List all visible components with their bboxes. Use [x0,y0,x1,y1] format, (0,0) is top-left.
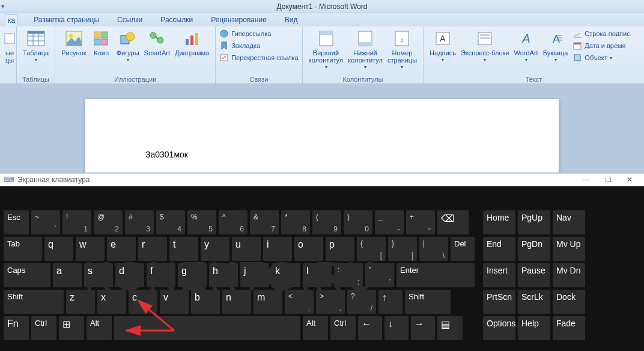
key-nav[interactable]: Nav [553,210,585,234]
key-alt[interactable]: Alt [87,316,112,340]
qat-dropdown-icon[interactable]: ▾ [1,2,5,10]
minimize-button[interactable]: — [576,174,597,186]
key-mvdn[interactable]: Mv Dn [553,263,585,287]
key-^6[interactable]: ^6 [219,210,248,234]
key-↑[interactable]: ↑ [378,290,402,314]
key-pgdn[interactable]: PgDn [518,237,550,261]
key-|\[interactable]: |\ [419,237,448,261]
chart-button[interactable]: Диаграмма [172,28,211,58]
wordart-button[interactable]: AWordArt▾ [512,28,541,65]
key-dock[interactable]: Dock [553,290,585,314]
key-shift[interactable]: Shift [405,290,451,314]
key-scrlk[interactable]: ScrLk [518,290,550,314]
key-d[interactable]: d [115,263,144,287]
key-e[interactable]: e [107,237,136,261]
key-pgup[interactable]: PgUp [518,210,550,234]
bookmark-button[interactable]: Закладка [219,41,299,50]
key-help[interactable]: Help [518,316,550,340]
document-page[interactable]: За0301мок [85,99,559,173]
clip-button[interactable]: Клип [89,28,114,58]
key-#3[interactable]: #3 [125,210,154,234]
picture-button[interactable]: Рисунок [59,28,89,58]
key-)0[interactable]: )0 [344,210,372,234]
key-v[interactable]: v [160,290,189,314]
key-fade[interactable]: Fade [553,316,585,340]
shapes-button[interactable]: Фигуры▾ [114,28,142,65]
key-del[interactable]: Del [451,237,475,261]
footer-button[interactable]: Нижний колонтитул▾ [345,28,385,72]
dropcap-button[interactable]: AБуквица▾ [541,28,571,65]
pagenum-button[interactable]: #Номер страницы▾ [385,28,419,72]
key-mvup[interactable]: Mv Up [553,237,585,261]
key-&7[interactable]: &7 [250,210,279,234]
tab-references[interactable]: Ссылки [115,14,145,25]
key-→[interactable]: → [411,316,435,340]
key-prtscn[interactable]: PrtScn [483,290,515,314]
key-k[interactable]: k [272,263,300,287]
key-:;[interactable]: :; [334,263,363,287]
key-~`[interactable]: ~` [31,210,60,234]
key-pause[interactable]: Pause [518,263,550,287]
key-shift[interactable]: Shift [4,290,64,314]
key-esc[interactable]: Esc [4,210,29,234]
key-(9[interactable]: (9 [312,210,341,234]
key-caps[interactable]: Caps [4,263,50,287]
key-tab[interactable]: Tab [4,237,42,261]
tab-view[interactable]: Вид [282,14,300,25]
header-button[interactable]: Верхний колонтитул▾ [306,28,346,72]
quickparts-button[interactable]: Экспресс-блоки▾ [458,28,512,65]
key-<,[interactable]: <, [285,290,314,314]
tab-mailings[interactable]: Рассылки [158,14,195,25]
key-@2[interactable]: @2 [94,210,123,234]
tab-active[interactable]: ка [5,14,18,26]
key-*8[interactable]: *8 [281,210,310,234]
key-[interactable] [114,316,300,340]
key-x[interactable]: x [97,290,126,314]
partial-button[interactable]: ые цы [4,28,16,65]
key-l[interactable]: l [303,263,332,287]
textbox-button[interactable]: AНадпись▾ [427,28,458,65]
key-{[[interactable]: {[ [357,237,386,261]
object-button[interactable]: Объект ▾ [573,53,630,63]
key-f[interactable]: f [147,263,175,287]
key-end[interactable]: End [483,237,515,261]
key-%5[interactable]: %5 [187,210,216,234]
smartart-button[interactable]: SmartArt [142,28,172,58]
key-insert[interactable]: Insert [483,263,515,287]
key-r[interactable]: r [138,237,167,261]
key-enter[interactable]: Enter [396,263,475,287]
key-m[interactable]: m [254,290,282,314]
key-a[interactable]: a [53,263,82,287]
key-o[interactable]: o [294,237,323,261]
key-_-[interactable]: _- [375,210,404,234]
key-i[interactable]: i [263,237,292,261]
key-z[interactable]: z [66,290,95,314]
key-j[interactable]: j [240,263,269,287]
key-"'[interactable]: "' [365,263,394,287]
key-+=[interactable]: += [406,210,435,234]
key-ctrl[interactable]: Ctrl [31,316,56,340]
table-button[interactable]: Таблица▾ [20,28,51,65]
sigline-button[interactable]: Строка подпис [573,29,630,38]
key-options[interactable]: Options [483,316,515,340]
tab-page-layout[interactable]: Разметка страницы [31,14,102,25]
key-⌫[interactable]: ⌫ [437,210,469,234]
key-$4[interactable]: $4 [156,210,185,234]
close-button[interactable]: ✕ [619,174,640,186]
key-←[interactable]: ← [358,316,382,340]
key-p[interactable]: p [326,237,354,261]
key-fn[interactable]: Fn [4,316,29,340]
maximize-button[interactable]: ☐ [597,174,619,186]
key-w[interactable]: w [76,237,105,261]
key-g[interactable]: g [178,263,207,287]
key->.[interactable]: >. [316,290,345,314]
key-s[interactable]: s [84,263,113,287]
key-↓[interactable]: ↓ [384,316,409,340]
key-q[interactable]: q [44,237,73,261]
key-b[interactable]: b [191,290,220,314]
key-?/[interactable]: ?/ [347,290,376,314]
key-⊞[interactable]: ⊞ [59,316,84,340]
key-u[interactable]: u [232,237,261,261]
key-!1[interactable]: !1 [62,210,91,234]
key-n[interactable]: n [222,290,251,314]
